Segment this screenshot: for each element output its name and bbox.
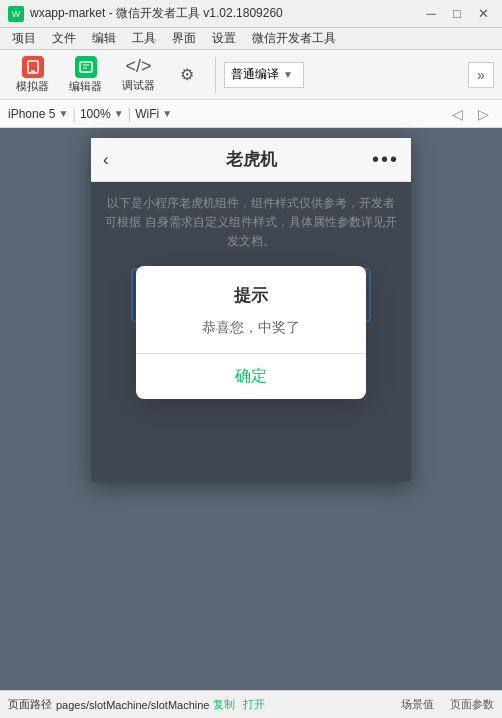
compile-mode-dropdown[interactable]: 普通编译 ▼: [224, 62, 304, 88]
phone-screen: ‹ 老虎机 ••• 以下是小程序老虎机组件，组件样式仅供参考，开发者可根据 自身…: [91, 138, 411, 482]
simulator-button[interactable]: 模拟器: [8, 52, 57, 98]
device-selector[interactable]: iPhone 5 ▼: [8, 107, 68, 121]
dialog-title: 提示: [136, 266, 366, 315]
phone-more-button[interactable]: •••: [372, 148, 399, 171]
params-label: 页面参数: [450, 697, 494, 712]
svg-rect-2: [80, 62, 92, 72]
expand-toolbar-button[interactable]: »: [468, 62, 494, 88]
compile-icon: ⚙: [180, 65, 194, 84]
forward-nav-button[interactable]: ▷: [472, 103, 494, 125]
maximize-button[interactable]: □: [446, 5, 468, 23]
network-name: WiFi: [135, 107, 159, 121]
dialog-box: 提示 恭喜您，中奖了 确定: [136, 266, 366, 399]
back-nav-button[interactable]: ◁: [446, 103, 468, 125]
minimize-button[interactable]: ─: [420, 5, 442, 23]
toolbar-separator: [215, 57, 216, 93]
dropdown-arrow-icon: ▼: [283, 69, 293, 80]
simulator-icon: [22, 56, 44, 78]
editor-icon: [75, 56, 97, 78]
simulator-label: 模拟器: [16, 79, 49, 94]
device-separator: |: [72, 106, 76, 122]
compile-button[interactable]: ⚙: [167, 61, 207, 89]
close-button[interactable]: ✕: [472, 5, 494, 23]
phone-page-title: 老虎机: [226, 148, 277, 171]
menu-project[interactable]: 项目: [4, 28, 44, 49]
app-icon-letter: W: [12, 9, 21, 19]
copy-path-button[interactable]: 复制: [213, 697, 235, 712]
bottom-bar: 页面路径 pages/slotMachine/slotMachine 复制 打开…: [0, 690, 502, 718]
expand-icon: »: [477, 67, 485, 83]
open-path-button[interactable]: 打开: [243, 697, 265, 712]
dialog-overlay: 提示 恭喜您，中奖了 确定: [91, 182, 411, 482]
back-chevron-icon: ‹: [103, 150, 109, 170]
zoom-dropdown-icon: ▼: [114, 108, 124, 119]
menu-tools[interactable]: 工具: [124, 28, 164, 49]
dialog-confirm-button[interactable]: 确定: [136, 354, 366, 399]
bottom-actions: 复制 打开: [213, 697, 265, 712]
network-selector[interactable]: WiFi ▼: [135, 107, 172, 121]
path-label: 页面路径: [8, 697, 52, 712]
menu-edit[interactable]: 编辑: [84, 28, 124, 49]
title-bar-controls: ─ □ ✕: [420, 5, 494, 23]
zoom-selector[interactable]: 100% ▼: [80, 107, 124, 121]
nav-arrows: ◁ ▷: [446, 103, 494, 125]
menu-interface[interactable]: 界面: [164, 28, 204, 49]
toolbar: 模拟器 编辑器 </> 调试器 ⚙ 普通编译 ▼ »: [0, 50, 502, 100]
phone-nav-bar: ‹ 老虎机 •••: [91, 138, 411, 182]
title-bar: W wxapp-market - 微信开发者工具 v1.02.1809260 ─…: [0, 0, 502, 28]
debugger-label: 调试器: [122, 78, 155, 93]
menu-file[interactable]: 文件: [44, 28, 84, 49]
path-value: pages/slotMachine/slotMachine: [56, 699, 209, 711]
editor-button[interactable]: 编辑器: [61, 52, 110, 98]
phone-content: 以下是小程序老虎机组件，组件样式仅供参考，开发者可根据 自身需求自定义组件样式，…: [91, 182, 411, 482]
dialog-message: 恭喜您，中奖了: [136, 315, 366, 353]
device-bar: iPhone 5 ▼ | 100% ▼ | WiFi ▼ ◁ ▷: [0, 100, 502, 128]
phone-frame: ‹ 老虎机 ••• 以下是小程序老虎机组件，组件样式仅供参考，开发者可根据 自身…: [0, 128, 502, 690]
bottom-right-section: 场景值 页面参数: [401, 697, 494, 712]
menu-settings[interactable]: 设置: [204, 28, 244, 49]
editor-label: 编辑器: [69, 79, 102, 94]
menu-bar: 项目 文件 编辑 工具 界面 设置 微信开发者工具: [0, 28, 502, 50]
debugger-icon: </>: [125, 56, 151, 77]
app-icon: W: [8, 6, 24, 22]
title-bar-text: wxapp-market - 微信开发者工具 v1.02.1809260: [30, 5, 420, 22]
zoom-separator: |: [128, 106, 132, 122]
network-dropdown-icon: ▼: [162, 108, 172, 119]
debugger-button[interactable]: </> 调试器: [114, 52, 163, 97]
menu-wechat-devtools[interactable]: 微信开发者工具: [244, 28, 344, 49]
phone-back-button[interactable]: ‹: [103, 150, 109, 170]
compile-mode-label: 普通编译: [231, 66, 279, 83]
bottom-path-section: 页面路径 pages/slotMachine/slotMachine 复制 打开: [8, 697, 265, 712]
device-name: iPhone 5: [8, 107, 55, 121]
scene-label: 场景值: [401, 697, 434, 712]
zoom-level: 100%: [80, 107, 111, 121]
device-dropdown-icon: ▼: [58, 108, 68, 119]
